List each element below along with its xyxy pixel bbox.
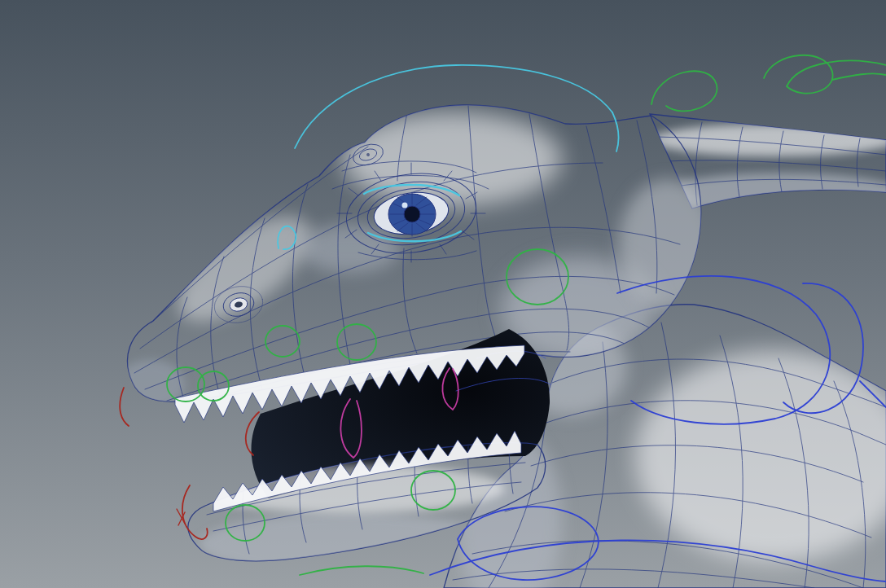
viewport-3d[interactable] bbox=[0, 0, 886, 588]
viewport-canvas[interactable] bbox=[0, 0, 886, 588]
pupil bbox=[404, 206, 420, 222]
eye-highlight bbox=[402, 203, 408, 208]
